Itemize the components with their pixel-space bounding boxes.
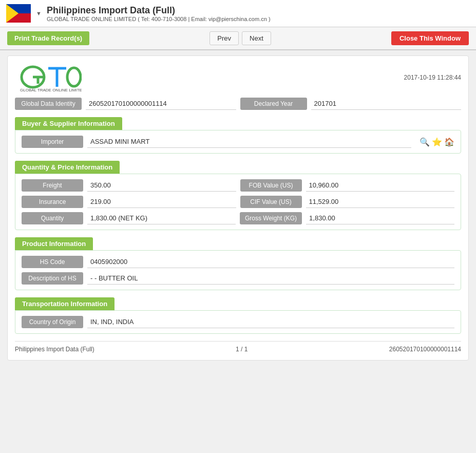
card-footer: Philippines Import Data (Full) 1 / 1 260…	[15, 341, 461, 353]
gross-weight-value: 1,830.00	[306, 212, 454, 224]
country-origin-row: Country of Origin IN, IND, INDIA	[22, 316, 454, 328]
gross-weight-label: Gross Weight (KG)	[240, 212, 302, 224]
footer-center: 1 / 1	[236, 346, 247, 353]
svg-point-4	[8, 8, 10, 10]
detail-card: GLOBAL TRADE ONLINE LIMITED 2017-10-19 1…	[7, 55, 469, 361]
buyer-supplier-body: Importer ASSAD MINI MART 🔍 ⭐ 🏠	[15, 130, 461, 154]
company-logo: GLOBAL TRADE ONLINE LIMITED	[15, 63, 82, 91]
flag-icon	[6, 4, 31, 23]
freight-value: 350.00	[87, 179, 236, 192]
home-icon[interactable]: 🏠	[444, 137, 454, 147]
importer-label: Importer	[22, 136, 83, 148]
card-header-row: GLOBAL TRADE ONLINE LIMITED 2017-10-19 1…	[15, 63, 461, 91]
buyer-supplier-section: Buyer & Supplier Information Importer AS…	[15, 117, 461, 154]
insurance-cif-row: Insurance 219.00 CIF Value (US) 11,529.0…	[22, 196, 454, 208]
top-header: ▼ Philippines Import Data (Full) GLOBAL …	[0, 0, 476, 27]
country-origin-value: IN, IND, INDIA	[87, 316, 454, 328]
fob-label: FOB Value (US)	[240, 179, 302, 192]
description-value: - - BUTTER OIL	[87, 272, 454, 285]
hs-code-row: HS Code 0405902000	[22, 256, 454, 268]
toolbar: Print Trade Record(s) Prev Next Close Th…	[0, 27, 476, 50]
header-title-block: Philippines Import Data (Full) GLOBAL TR…	[47, 5, 470, 22]
description-row: Description of HS - - BUTTER OIL	[22, 272, 454, 285]
svg-point-6	[14, 12, 16, 14]
global-data-identity-label: Global Data Identity	[15, 98, 82, 110]
timestamp: 2017-10-19 11:28:44	[404, 74, 461, 81]
cif-label: CIF Value (US)	[240, 196, 302, 208]
country-origin-label: Country of Origin	[22, 316, 83, 328]
declared-year-label: Declared Year	[240, 98, 307, 110]
description-label: Description of HS	[22, 272, 83, 285]
insurance-label: Insurance	[22, 196, 83, 208]
next-button[interactable]: Next	[242, 31, 271, 45]
freight-label: Freight	[22, 179, 83, 192]
declared-year-value: 201701	[311, 98, 462, 110]
importer-value: ASSAD MINI MART	[87, 136, 411, 148]
svg-point-3	[9, 11, 13, 15]
insurance-value: 219.00	[87, 196, 236, 208]
cif-value: 11,529.00	[306, 196, 455, 208]
footer-left: Philippines Import Data (Full)	[15, 346, 94, 353]
star-icon[interactable]: ⭐	[432, 137, 442, 147]
svg-point-12	[67, 68, 81, 86]
buyer-supplier-header: Buyer & Supplier Information	[15, 117, 122, 130]
header-subtitle: GLOBAL TRADE ONLINE LIMITED ( Tel: 400-7…	[47, 16, 470, 22]
svg-point-5	[8, 17, 10, 19]
quantity-value: 1,830.00 (NET KG)	[87, 212, 236, 224]
svg-text:GLOBAL TRADE ONLINE LIMITED: GLOBAL TRADE ONLINE LIMITED	[20, 88, 82, 91]
product-section: Product Information HS Code 0405902000 D…	[15, 237, 461, 290]
product-header: Product Information	[15, 237, 93, 250]
main-content: GLOBAL TRADE ONLINE LIMITED 2017-10-19 1…	[0, 50, 476, 366]
importer-icons: 🔍 ⭐ 🏠	[420, 137, 454, 147]
transportation-section: Transportation Information Country of Or…	[15, 297, 461, 334]
hs-code-value: 0405902000	[87, 256, 454, 268]
logo-area: GLOBAL TRADE ONLINE LIMITED	[15, 63, 82, 91]
dropdown-arrow[interactable]: ▼	[36, 10, 42, 16]
quantity-price-section: Quantity & Price Information Freight 350…	[15, 161, 461, 230]
freight-fob-row: Freight 350.00 FOB Value (US) 10,960.00	[22, 179, 454, 192]
quantity-price-header: Quantity & Price Information	[15, 161, 120, 174]
page-title: Philippines Import Data (Full)	[47, 5, 470, 16]
importer-row: Importer ASSAD MINI MART 🔍 ⭐ 🏠	[22, 136, 454, 148]
close-button[interactable]: Close This Window	[391, 31, 469, 45]
quantity-label: Quantity	[22, 212, 83, 224]
transportation-body: Country of Origin IN, IND, INDIA	[15, 310, 461, 334]
prev-button[interactable]: Prev	[210, 31, 239, 45]
fob-value: 10,960.00	[306, 179, 455, 192]
product-body: HS Code 0405902000 Description of HS - -…	[15, 250, 461, 290]
global-data-identity-value: 260520170100000001114	[86, 98, 236, 110]
quantity-price-body: Freight 350.00 FOB Value (US) 10,960.00 …	[15, 174, 461, 230]
search-icon[interactable]: 🔍	[420, 137, 430, 147]
print-button[interactable]: Print Trade Record(s)	[7, 31, 89, 45]
quantity-gross-row: Quantity 1,830.00 (NET KG) Gross Weight …	[22, 212, 454, 224]
transportation-header: Transportation Information	[15, 297, 115, 310]
hs-code-label: HS Code	[22, 256, 83, 268]
footer-right: 260520170100000001114	[389, 346, 461, 353]
identity-row: Global Data Identity 2605201701000000011…	[15, 98, 461, 110]
